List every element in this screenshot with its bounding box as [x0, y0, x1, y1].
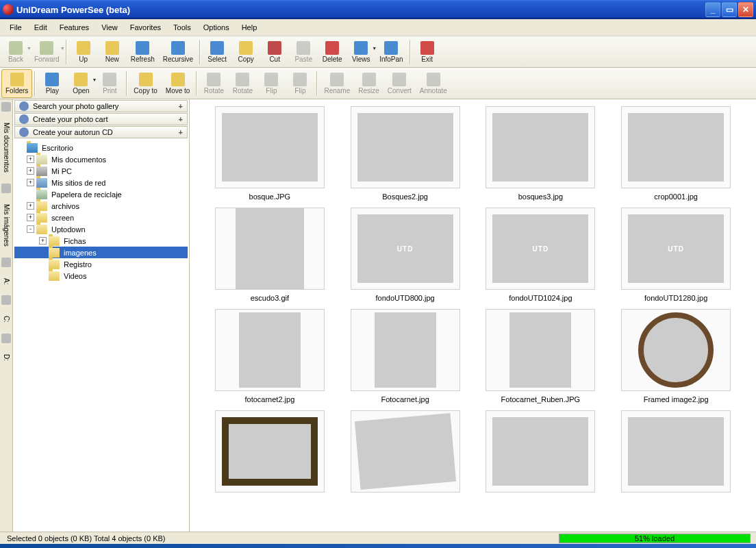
tree-node[interactable]: +screen — [14, 212, 188, 223]
thumbnail[interactable]: Framed image2.jpg — [609, 309, 742, 403]
window-title: UniDream PowerSee (beta) — [16, 5, 704, 15]
tree-node[interactable]: Registro — [14, 258, 188, 270]
thumbnail[interactable]: bosques3.jpg — [475, 106, 607, 201]
tree-expander[interactable]: + — [27, 179, 34, 186]
maximize-button[interactable]: ▭ — [722, 2, 737, 17]
thumbnail[interactable] — [339, 410, 472, 497]
close-button[interactable]: ✕ — [738, 2, 753, 17]
infopan-button[interactable]: InfoPan — [375, 38, 407, 66]
select-button[interactable]: Select — [203, 38, 231, 66]
cut-icon — [268, 41, 281, 55]
tree-expander[interactable]: - — [27, 225, 34, 233]
thumbnail-caption: bosques3.jpg — [518, 192, 563, 201]
views-label: Views — [352, 55, 370, 63]
tree-node[interactable]: imagenes — [14, 247, 188, 258]
thumbnail[interactable]: Fotocarnet.jpg — [339, 309, 472, 403]
tree-node[interactable]: +Mis sitios de red — [14, 177, 188, 188]
annotate-label: Annotate — [420, 87, 447, 95]
tree-node[interactable]: +Mi PC — [14, 165, 188, 177]
moveto-button[interactable]: Move to — [162, 69, 194, 98]
rotate-r-label: Rotate — [233, 87, 253, 95]
leftbar-icon[interactable] — [1, 102, 11, 112]
cut-button[interactable]: Cut — [260, 38, 289, 66]
thumbnail[interactable]: UTDfondoUTD800.jpg — [339, 208, 472, 302]
tree-node[interactable]: +archivos — [14, 200, 188, 212]
left-vertical-bar: Mis documentosMis imágenesA:C:D: — [0, 99, 13, 532]
copyto-label: Copy to — [134, 87, 157, 95]
leftbar-tab[interactable]: A: — [3, 275, 10, 287]
recursive-button[interactable]: Recursive — [159, 38, 197, 66]
thumbnail[interactable]: escudo3.gif — [203, 208, 336, 302]
new-button[interactable]: New — [98, 38, 127, 66]
leftbar-icon[interactable] — [1, 295, 11, 305]
task-icon — [19, 114, 29, 124]
tree-node[interactable]: +Mis documentos — [14, 153, 188, 165]
tree-label: screen — [50, 214, 75, 222]
tree-expander[interactable]: + — [39, 237, 47, 245]
copyto-button[interactable]: Copy to — [129, 69, 161, 98]
tree-label: Mis sitios de red — [50, 179, 107, 187]
leftbar-tab[interactable]: C: — [3, 313, 10, 325]
leftbar-icon[interactable] — [1, 334, 11, 343]
thumbnail[interactable]: UTDfondoUTD1024.jpg — [475, 208, 607, 302]
delete-button[interactable]: Delete — [318, 38, 346, 66]
exit-button[interactable]: Exit — [413, 38, 442, 66]
task-button[interactable]: Create your photo cart+ — [14, 113, 188, 125]
up-button[interactable]: Up — [69, 38, 98, 66]
tree-expander[interactable]: + — [27, 167, 34, 175]
menu-options[interactable]: Options — [198, 21, 235, 34]
open-button[interactable]: Open▼ — [66, 69, 95, 98]
leftbar-tab[interactable]: Mis imágenes — [3, 201, 10, 249]
thumbnail[interactable]: fotocarnet2.jpg — [203, 309, 336, 403]
leftbar-icon[interactable] — [1, 184, 11, 193]
convert-icon — [392, 73, 406, 86]
folder-tree[interactable]: Escritorio+Mis documentos+Mi PC+Mis siti… — [13, 139, 189, 532]
menu-help[interactable]: Help — [236, 21, 263, 34]
tree-label: Mis documentos — [50, 155, 108, 164]
thumbnail-caption: bosque.JPG — [249, 192, 291, 201]
tree-node[interactable]: +Fichas — [14, 235, 188, 247]
copyto-icon — [139, 73, 153, 86]
tree-label: Videos — [62, 272, 88, 280]
task-button[interactable]: Search your photo gallery+ — [14, 100, 188, 112]
tree-expander[interactable]: + — [27, 155, 34, 163]
leftbar-tab[interactable]: D: — [3, 351, 10, 364]
thumbnail[interactable]: bosque.JPG — [203, 106, 336, 201]
leftbar-icon[interactable] — [1, 258, 11, 267]
thumbnail[interactable] — [203, 410, 336, 497]
thumbnail-caption: fotocarnet2.jpg — [244, 395, 294, 403]
thumbnail[interactable]: crop0001.jpg — [609, 106, 742, 201]
folders-button[interactable]: Folders — [1, 69, 32, 98]
rotate-r-icon — [236, 73, 249, 86]
menu-view[interactable]: View — [96, 21, 123, 34]
task-button[interactable]: Create your autorun CD+ — [14, 126, 188, 138]
thumbnail-image — [492, 113, 588, 182]
thumbnail[interactable] — [475, 410, 607, 497]
tree-node[interactable]: Papelera de reciclaje — [14, 188, 188, 200]
tree-node[interactable]: -Uptodown — [14, 223, 188, 235]
menu-tools[interactable]: Tools — [168, 21, 197, 34]
play-button[interactable]: Play — [38, 69, 66, 98]
thumbnail[interactable]: Bosques2.jpg — [339, 106, 472, 201]
dropdown-arrow-icon: ▼ — [60, 46, 65, 51]
thumbnail[interactable]: UTDfondoUTD1280.jpg — [609, 208, 742, 302]
minimize-button[interactable]: _ — [705, 2, 720, 17]
refresh-button[interactable]: Refresh — [127, 38, 159, 66]
tree-expander[interactable]: + — [27, 214, 34, 221]
paste-label: Paste — [294, 55, 312, 63]
thumbnail-caption: Fotocarnet.jpg — [381, 395, 429, 403]
menu-file[interactable]: File — [4, 21, 27, 34]
tree-expander[interactable]: + — [27, 202, 34, 210]
tree-node[interactable]: Escritorio — [14, 142, 188, 153]
views-button[interactable]: Views▼ — [346, 38, 375, 66]
menu-favorites[interactable]: Favorites — [125, 21, 166, 34]
tree-node[interactable]: Videos — [14, 270, 188, 282]
thumbnail[interactable]: Fotocarnet_Ruben.JPG — [475, 309, 607, 403]
copy-button[interactable]: Copy — [231, 38, 260, 66]
menu-edit[interactable]: Edit — [29, 21, 53, 34]
thumbnail[interactable] — [609, 410, 742, 497]
thumbnail-pane[interactable]: bosque.JPGBosques2.jpgbosques3.jpgcrop00… — [190, 99, 756, 532]
tree-label: archivos — [50, 202, 81, 210]
menu-features[interactable]: Features — [54, 21, 94, 34]
leftbar-tab[interactable]: Mis documentos — [3, 120, 10, 175]
